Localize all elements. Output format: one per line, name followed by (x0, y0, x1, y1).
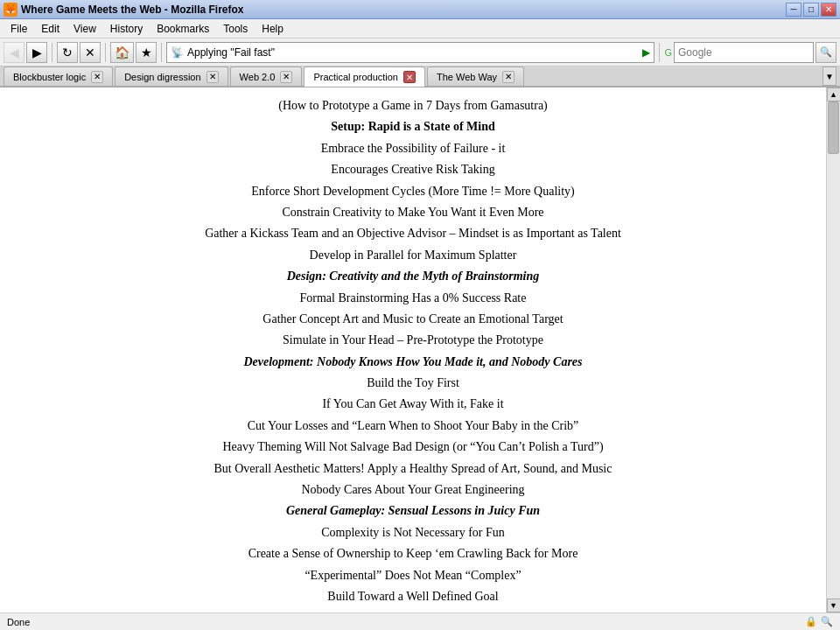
content-line: General Gameplay: Sensual Lessons in Jui… (35, 501, 791, 521)
content-line: Build Toward a Well Defined Goal (35, 587, 791, 606)
content-line: Create a Sense of Ownership to Keep ‘em … (35, 544, 791, 564)
menu-file[interactable]: File (4, 21, 34, 37)
menu-bookmarks[interactable]: Bookmarks (150, 21, 216, 37)
search-input[interactable] (674, 42, 814, 63)
maximize-button[interactable]: □ (803, 3, 819, 17)
search-button[interactable]: 🔍 (816, 42, 836, 63)
content-line: Complexity is Not Necessary for Fun (35, 523, 791, 542)
address-input[interactable] (187, 46, 642, 59)
back-button[interactable]: ◀ (4, 42, 24, 63)
separator-3 (161, 43, 162, 62)
content-line: Build the Toy First (35, 374, 791, 393)
page-content: (How to Prototype a Game in 7 Days from … (0, 88, 826, 612)
tab-label: Practical production (313, 72, 398, 82)
tab-label: Blockbuster logic (13, 72, 86, 82)
tab-practical-production[interactable]: Practical production ✕ (304, 66, 425, 87)
tabbar: Blockbuster logic ✕ Design digression ✕ … (0, 66, 840, 88)
content-line: Cut Your Losses and “Learn When to Shoot… (35, 416, 791, 436)
content-line: Development: Nobody Knows How You Made i… (35, 353, 791, 372)
minimize-button[interactable]: ─ (786, 3, 802, 17)
content-line: Enforce Short Development Cycles (More T… (35, 182, 791, 201)
separator-2 (105, 43, 106, 62)
content-line: Gather a Kickass Team and an Objective A… (35, 224, 791, 243)
tab-blockbuster-logic[interactable]: Blockbuster logic ✕ (4, 66, 113, 86)
zoom-icon: 🔍 (821, 616, 833, 627)
browser-icon: 🦊 (4, 3, 18, 17)
menu-help[interactable]: Help (255, 21, 290, 37)
forward-button[interactable]: ▶ (26, 42, 47, 63)
content-line: Nobody Cares About Your Great Engineerin… (35, 480, 791, 500)
tab-close-webway[interactable]: ✕ (502, 71, 514, 83)
scrollbar[interactable]: ▲ ▼ (826, 88, 840, 612)
home-button[interactable]: 🏠 (110, 42, 134, 63)
search-area: G 🔍 (664, 42, 836, 63)
menu-edit[interactable]: Edit (34, 21, 66, 37)
content-line: “Experimental” Does Not Mean “Complex” (35, 566, 791, 585)
stop-button[interactable]: ✕ (80, 42, 101, 63)
content-line: Gather Concept Art and Music to Create a… (35, 310, 791, 329)
tab-web20[interactable]: Web 2.0 ✕ (230, 66, 303, 86)
separator-4 (659, 43, 660, 62)
content-line: But Overall Aesthetic Matters! Apply a H… (35, 459, 791, 479)
tab-label: Design digression (124, 72, 200, 82)
window-controls: ─ □ ✕ (786, 3, 836, 17)
search-engine-icon: G (664, 47, 672, 58)
tab-overflow-button[interactable]: ▼ (822, 66, 836, 86)
content-line: Heavy Theming Will Not Salvage Bad Desig… (35, 438, 791, 457)
content-line: Make it Juicy! (35, 608, 791, 612)
scroll-up-button[interactable]: ▲ (827, 88, 841, 102)
browser-content: (How to Prototype a Game in 7 Days from … (0, 88, 840, 612)
separator-1 (52, 43, 52, 62)
content-line: (How to Prototype a Game in 7 Days from … (35, 96, 791, 116)
go-icon: ▶ (642, 46, 650, 59)
menu-view[interactable]: View (66, 21, 103, 37)
tab-close-web20[interactable]: ✕ (280, 71, 292, 83)
tab-close-practical[interactable]: ✕ (403, 71, 416, 83)
content-line: Constrain Creativity to Make You Want it… (35, 203, 791, 222)
address-bar[interactable]: 📡 ▶ (166, 42, 654, 63)
menu-history[interactable]: History (103, 21, 150, 37)
scrollbar-thumb[interactable] (828, 102, 839, 154)
tab-close-design[interactable]: ✕ (206, 71, 219, 83)
content-line: Simulate in Your Head – Pre-Prototype th… (35, 331, 791, 350)
tab-label: Web 2.0 (240, 72, 276, 82)
rss-icon: 📡 (171, 46, 184, 59)
content-line: Encourages Creative Risk Taking (35, 160, 791, 179)
scroll-down-button[interactable]: ▼ (827, 598, 841, 612)
menu-tools[interactable]: Tools (216, 21, 255, 37)
tab-design-digression[interactable]: Design digression ✕ (115, 66, 228, 86)
content-line: Develop in Parallel for Maximum Splatter (35, 246, 791, 265)
menubar: File Edit View History Bookmarks Tools H… (0, 19, 840, 38)
content-line: If You Can Get Away With it, Fake it (35, 395, 791, 414)
tab-label: The Web Way (437, 72, 497, 82)
security-icon: 🔒 (805, 616, 817, 627)
toolbar: ◀ ▶ ↻ ✕ 🏠 ★ 📡 ▶ G 🔍 (0, 38, 840, 66)
content-line: Embrace the Possibility of Failure - it (35, 139, 791, 158)
close-button[interactable]: ✕ (821, 3, 836, 17)
titlebar: 🦊 Where Game Meets the Web - Mozilla Fir… (0, 0, 840, 19)
tab-web-way[interactable]: The Web Way ✕ (427, 66, 524, 86)
statusbar: Done 🔒 🔍 (0, 612, 840, 630)
scrollbar-track[interactable] (827, 102, 840, 598)
window-title: Where Game Meets the Web - Mozilla Firef… (21, 4, 786, 16)
statusbar-icons: 🔒 🔍 (805, 616, 833, 627)
content-line: Setup: Rapid is a State of Mind (35, 117, 791, 136)
content-line: Design: Creativity and the Myth of Brain… (35, 267, 791, 286)
content-line: Formal Brainstorming Has a 0% Success Ra… (35, 289, 791, 308)
reload-button[interactable]: ↻ (57, 42, 78, 63)
status-text: Done (7, 617, 30, 627)
tab-close-blockbuster[interactable]: ✕ (91, 71, 103, 83)
bookmark-button[interactable]: ★ (136, 42, 157, 63)
